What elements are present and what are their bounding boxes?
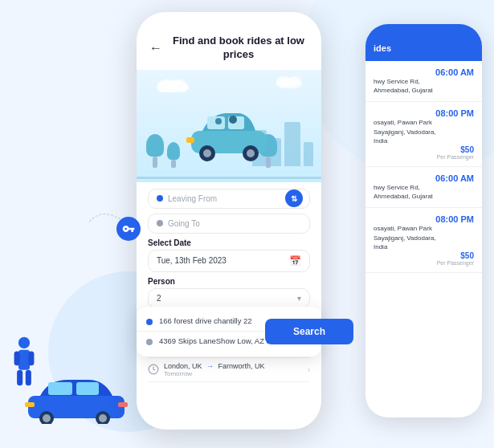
svg-point-27 bbox=[247, 149, 255, 157]
ride-per-4: Per Passenger bbox=[374, 260, 474, 266]
ride-time-3: 06:00 AM bbox=[374, 173, 474, 183]
going-dot bbox=[157, 220, 163, 226]
ride-location-1: hwy Service Rd, Ahmedabad, Gujarat bbox=[374, 77, 474, 95]
ride-time-2: 08:00 PM bbox=[374, 108, 474, 118]
chevron-right-icon-2: › bbox=[308, 365, 310, 374]
svg-rect-8 bbox=[76, 382, 99, 395]
person-figure bbox=[8, 336, 40, 400]
tree-left2 bbox=[167, 142, 180, 168]
svg-rect-3 bbox=[26, 370, 31, 386]
ride-card-4[interactable]: 08:00 PM osayati, Pawan Park Sayajiganj,… bbox=[365, 208, 482, 273]
cloud-right bbox=[273, 74, 305, 88]
ride-per-2: Per Passenger bbox=[374, 154, 474, 160]
ride-card-1[interactable]: 06:00 AM hwy Service Rd, Ahmedabad, Guja… bbox=[365, 61, 482, 102]
ride-price-4: $50 bbox=[374, 251, 474, 260]
recent-item-2[interactable]: London, UK → Farnworth, UK Tomorrow › bbox=[148, 358, 310, 382]
cloud-left bbox=[153, 76, 193, 92]
svg-point-12 bbox=[99, 414, 107, 422]
second-phone-content: 06:00 AM hwy Service Rd, Ahmedabad, Guja… bbox=[365, 61, 482, 273]
phone-notch bbox=[205, 12, 253, 28]
ride-time-1: 06:00 AM bbox=[374, 67, 474, 77]
sugg-dot-2 bbox=[146, 339, 153, 345]
tree-left bbox=[146, 134, 164, 168]
person-label: Person bbox=[148, 277, 310, 286]
ride-location-4: osayati, Pawan Park Sayajiganj, Vadodara… bbox=[374, 224, 474, 251]
recent-route-2: London, UK → Farnworth, UK Tomorrow bbox=[164, 362, 303, 377]
svg-point-10 bbox=[43, 414, 51, 422]
illustration-area bbox=[137, 70, 321, 182]
ride-card-2[interactable]: 08:00 PM osayati, Pawan Park Sayajiganj,… bbox=[365, 102, 482, 167]
svg-point-20 bbox=[288, 76, 301, 86]
date-field[interactable]: Tue, 13th Feb 2023 📅 bbox=[148, 250, 310, 272]
svg-rect-4 bbox=[14, 352, 20, 366]
svg-point-25 bbox=[203, 149, 211, 157]
leaving-from-label: Leaving From bbox=[168, 194, 217, 203]
going-to-field[interactable]: Going To bbox=[148, 214, 310, 234]
route-text-2: London, UK → Farnworth, UK bbox=[164, 362, 303, 370]
second-phone-title: ides bbox=[374, 43, 391, 53]
road-line bbox=[137, 177, 321, 179]
ride-time-4: 08:00 PM bbox=[374, 214, 474, 224]
sugg-text-1: 166 forest drive chantilly 22 bbox=[159, 316, 252, 326]
swap-button[interactable]: ⇅ bbox=[285, 189, 303, 207]
search-button-label: Search bbox=[293, 326, 325, 337]
ride-location-2: osayati, Pawan Park Sayajiganj, Vadodara… bbox=[374, 118, 474, 145]
phone-inner: ← Find and book rides at low prices bbox=[137, 12, 321, 430]
search-button[interactable]: Search bbox=[265, 319, 353, 344]
illus-car bbox=[185, 105, 273, 165]
key-icon-bubble bbox=[116, 217, 141, 241]
ride-card-3[interactable]: 06:00 AM hwy Service Rd, Ahmedabad, Guja… bbox=[365, 167, 482, 208]
svg-rect-1 bbox=[18, 350, 30, 370]
svg-point-29 bbox=[229, 116, 237, 124]
page-title: Find and book rides at low prices bbox=[169, 35, 308, 62]
chevron-down-icon: ▾ bbox=[297, 294, 301, 303]
svg-rect-2 bbox=[17, 370, 22, 386]
sugg-dot-1 bbox=[146, 319, 153, 325]
svg-point-0 bbox=[18, 337, 30, 348]
calendar-icon: 📅 bbox=[289, 255, 301, 267]
clock-icon-2 bbox=[148, 364, 159, 375]
going-to-label: Going To bbox=[168, 219, 200, 228]
leaving-from-field[interactable]: Leaving From ⇅ bbox=[148, 189, 310, 209]
person-value: 2 bbox=[157, 294, 161, 303]
svg-point-30 bbox=[215, 118, 222, 124]
svg-rect-28 bbox=[186, 137, 194, 143]
svg-rect-5 bbox=[28, 352, 34, 366]
phone-form: Leaving From ⇅ Going To Select Date Tue,… bbox=[137, 182, 321, 320]
leaving-dot bbox=[157, 195, 163, 202]
route-date-2: Tomorrow bbox=[164, 370, 303, 377]
back-button[interactable]: ← bbox=[149, 41, 162, 55]
ride-price-2: $50 bbox=[374, 145, 474, 154]
second-phone-header: ides bbox=[365, 24, 482, 61]
svg-rect-7 bbox=[48, 382, 72, 395]
ride-location-3: hwy Service Rd, Ahmedabad, Gujarat bbox=[374, 183, 474, 201]
date-value: Tue, 13th Feb 2023 bbox=[157, 256, 227, 265]
sugg-text-2: 4369 Skips LaneShow Low, AZ 859 bbox=[159, 336, 279, 346]
swap-icon: ⇅ bbox=[291, 194, 297, 203]
select-date-label: Select Date bbox=[148, 238, 310, 247]
svg-rect-13 bbox=[25, 402, 35, 407]
svg-rect-14 bbox=[118, 402, 128, 407]
second-phone: ides 06:00 AM hwy Service Rd, Ahmedabad,… bbox=[365, 24, 482, 417]
main-phone: ← Find and book rides at low prices bbox=[137, 12, 321, 430]
svg-point-17 bbox=[170, 79, 186, 91]
person-field[interactable]: 2 ▾ bbox=[148, 288, 310, 308]
